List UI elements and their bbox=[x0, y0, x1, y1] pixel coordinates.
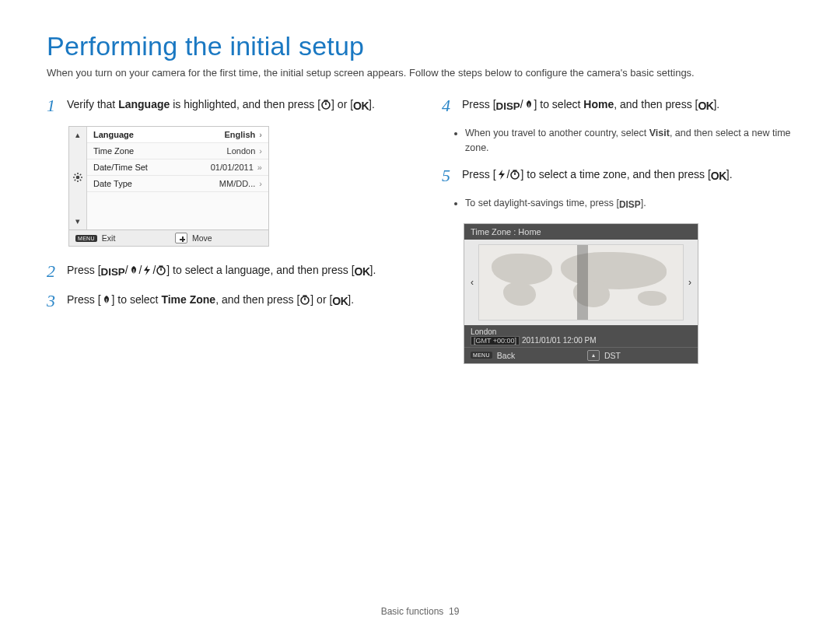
step-number: 1 bbox=[47, 96, 59, 115]
camera-footer: MENUExit Move bbox=[69, 229, 268, 246]
ok-icon: OK bbox=[353, 98, 369, 115]
page-title: Performing the initial setup bbox=[47, 31, 793, 61]
menu-icon: MENU bbox=[75, 235, 97, 242]
disp-icon: DISP bbox=[101, 264, 125, 281]
row-datetype: Date Type MM/DD... › bbox=[87, 176, 268, 192]
row-language: Language English › bbox=[87, 127, 268, 143]
step-1: 1 Verify that Language is highlighted, a… bbox=[47, 96, 398, 115]
gear-icon bbox=[72, 172, 83, 184]
chevron-up-icon: ▴ bbox=[75, 130, 80, 140]
flash-icon bbox=[142, 264, 152, 281]
step-number: 5 bbox=[442, 166, 454, 185]
footer-exit: MENUExit bbox=[69, 230, 169, 246]
row-datetime: Date/Time Set 01/01/2011 » bbox=[87, 159, 268, 176]
step-5: 5 Press [/] to select a time zone, and t… bbox=[442, 166, 793, 185]
right-column: 4 Press [DISP/] to select Home, and then… bbox=[442, 96, 793, 364]
step-number: 4 bbox=[442, 96, 454, 115]
chevron-down-icon: ▾ bbox=[75, 216, 80, 226]
macro-icon bbox=[128, 264, 139, 281]
intro-text: When you turn on your camera for the fir… bbox=[47, 66, 793, 81]
ok-icon: OK bbox=[698, 98, 713, 115]
tz-gmt: [GMT +00:00] bbox=[471, 336, 520, 345]
self-timer-icon bbox=[509, 168, 520, 185]
disp-icon: DISP bbox=[619, 198, 641, 212]
step-4-sub: When you travel to another country, sele… bbox=[465, 126, 793, 156]
sidebar-scroll: ▴ ▾ bbox=[69, 127, 87, 229]
step-text: Press [/] to select a time zone, and the… bbox=[462, 166, 793, 185]
row-timezone: Time Zone London › bbox=[87, 143, 268, 159]
disp-icon: DISP bbox=[496, 99, 520, 115]
menu-icon: MENU bbox=[471, 352, 492, 359]
macro-icon bbox=[101, 293, 112, 310]
flash-icon bbox=[496, 168, 507, 185]
ok-icon: OK bbox=[332, 293, 348, 310]
chevron-left-icon: ‹ bbox=[471, 277, 474, 288]
chevron-right-double-icon: » bbox=[255, 163, 262, 172]
step-text: Press [] to select Time Zone, and then p… bbox=[67, 292, 398, 310]
chevron-right-icon: › bbox=[257, 179, 262, 188]
step-2: 2 Press [DISP///] to select a language, … bbox=[47, 262, 398, 281]
self-timer-icon bbox=[320, 98, 331, 115]
tz-city: London bbox=[471, 328, 691, 336]
up-caret-icon: ▴ bbox=[587, 350, 600, 361]
tz-highlight-bar bbox=[577, 245, 588, 320]
step-text: Press [DISP///] to select a language, an… bbox=[67, 262, 398, 281]
nav-cross-icon bbox=[175, 233, 187, 243]
step-3: 3 Press [] to select Time Zone, and then… bbox=[47, 292, 398, 310]
world-map bbox=[478, 244, 684, 321]
camera-settings-screen: ▴ ▾ Language English › Time Zone London … bbox=[68, 126, 269, 247]
chevron-right-icon: › bbox=[257, 146, 262, 156]
timezone-screen: Time Zone : Home ‹ › London [GMT +00:00]… bbox=[464, 223, 698, 364]
macro-icon bbox=[523, 98, 534, 115]
step-text: Verify that Language is highlighted, and… bbox=[67, 96, 398, 115]
tz-info: London [GMT +00:00] 2011/01/01 12:00 PM bbox=[464, 325, 698, 347]
step-4: 4 Press [DISP/] to select Home, and then… bbox=[442, 96, 793, 115]
self-timer-icon bbox=[156, 264, 166, 281]
step-number: 3 bbox=[47, 292, 59, 310]
chevron-right-icon: › bbox=[257, 130, 262, 139]
footer-back: MENUBack bbox=[464, 348, 581, 363]
ok-icon: OK bbox=[711, 168, 726, 185]
left-column: 1 Verify that Language is highlighted, a… bbox=[47, 96, 398, 364]
step-text: Press [DISP/] to select Home, and then p… bbox=[462, 96, 793, 115]
tz-datetime: 2011/01/01 12:00 PM bbox=[522, 336, 597, 345]
footer-move: Move bbox=[169, 230, 268, 246]
footer-dst: ▴DST bbox=[581, 348, 698, 363]
chevron-right-icon: › bbox=[688, 277, 691, 288]
ok-icon: OK bbox=[355, 264, 370, 281]
page-footer: Basic functions 19 bbox=[0, 606, 840, 617]
settings-rows: Language English › Time Zone London › Da… bbox=[87, 127, 268, 229]
step-5-sub: To set daylight-savings time, press [DIS… bbox=[465, 196, 793, 212]
tz-footer: MENUBack ▴DST bbox=[464, 347, 698, 363]
step-number: 2 bbox=[47, 262, 59, 281]
tz-title: Time Zone : Home bbox=[464, 224, 698, 240]
self-timer-icon bbox=[299, 293, 310, 310]
